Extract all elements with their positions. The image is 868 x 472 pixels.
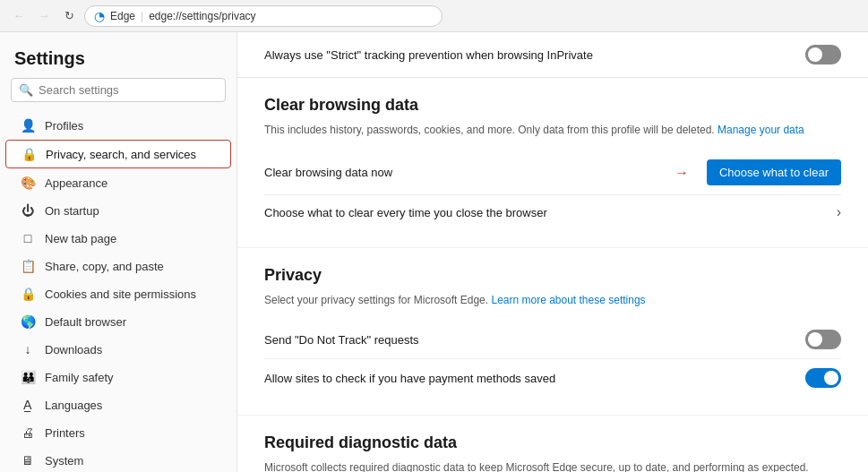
main-content: Always use "Strict" tracking prevention … xyxy=(237,32,868,472)
app-body: Settings 🔍 👤 Profiles 🔒 Privacy, search,… xyxy=(0,32,868,472)
url-text: edge://settings/privacy xyxy=(149,10,255,22)
profiles-icon: 👤 xyxy=(20,118,36,133)
sidebar-label-profiles: Profiles xyxy=(45,119,83,133)
clear-now-row: Clear browsing data now → Choose what to… xyxy=(264,150,841,195)
arrow-right-icon: → xyxy=(675,165,689,181)
payment-toggle[interactable] xyxy=(805,368,841,388)
sidebar-item-appearance[interactable]: 🎨 Appearance xyxy=(5,169,231,196)
cookies-icon: 🔒 xyxy=(20,287,36,301)
sidebar-label-family: Family safety xyxy=(45,371,114,384)
dnt-toggle[interactable] xyxy=(805,330,841,349)
sidebar-label-share: Share, copy, and paste xyxy=(45,260,164,273)
forward-button[interactable]: → xyxy=(34,6,54,26)
sidebar-label-defaultbrowser: Default browser xyxy=(45,315,126,329)
edge-logo-icon: ◔ xyxy=(94,9,105,23)
system-icon: 🖥 xyxy=(20,453,36,468)
family-icon: 👪 xyxy=(20,370,36,384)
newtab-icon: □ xyxy=(20,231,36,245)
search-box-wrap: 🔍 xyxy=(0,78,236,111)
payment-label: Allow sites to check if you have payment… xyxy=(264,372,555,385)
payment-row: Allow sites to check if you have payment… xyxy=(264,359,841,397)
chevron-right-icon: › xyxy=(837,204,841,220)
address-bar: ◔ Edge | edge://settings/privacy xyxy=(84,5,443,27)
privacy-desc: Select your privacy settings for Microso… xyxy=(264,292,841,308)
manage-data-link[interactable]: Manage your data xyxy=(718,124,804,136)
sidebar: Settings 🔍 👤 Profiles 🔒 Privacy, search,… xyxy=(0,32,237,472)
edge-label: Edge xyxy=(110,10,135,22)
reload-button[interactable]: ↻ xyxy=(59,6,79,26)
search-box[interactable]: 🔍 xyxy=(11,78,226,102)
privacy-icon: 🔒 xyxy=(21,147,37,161)
sidebar-label-startup: On startup xyxy=(45,204,99,218)
privacy-title: Privacy xyxy=(264,266,841,285)
required-diag-desc: Microsoft collects required diagnostic d… xyxy=(264,459,841,472)
browser-chrome: ← → ↻ ◔ Edge | edge://settings/privacy xyxy=(0,0,868,32)
top-bar-text: Always use "Strict" tracking prevention … xyxy=(264,48,593,62)
required-diag-section: Required diagnostic data Microsoft colle… xyxy=(237,416,868,472)
sidebar-item-share[interactable]: 📋 Share, copy, and paste xyxy=(5,253,231,279)
sidebar-label-system: System xyxy=(45,454,83,468)
sidebar-item-languages[interactable]: A̲ Languages xyxy=(5,391,231,418)
choose-every-time-row[interactable]: Choose what to clear every time you clos… xyxy=(264,195,841,229)
choose-what-to-clear-button[interactable]: Choose what to clear xyxy=(707,159,841,185)
search-input[interactable] xyxy=(39,83,218,97)
privacy-section: Privacy Select your privacy settings for… xyxy=(237,248,868,416)
defaultbrowser-icon: 🌎 xyxy=(20,314,36,329)
sidebar-item-profiles[interactable]: 👤 Profiles xyxy=(5,112,231,139)
startup-icon: ⏻ xyxy=(20,203,36,218)
sidebar-item-cookies[interactable]: 🔒 Cookies and site permissions xyxy=(5,280,231,307)
sidebar-label-printers: Printers xyxy=(45,426,85,440)
privacy-desc-text: Select your privacy settings for Microso… xyxy=(264,294,488,306)
share-icon: 📋 xyxy=(20,259,36,273)
sidebar-item-newtab[interactable]: □ New tab page xyxy=(5,225,231,252)
sidebar-item-privacy[interactable]: 🔒 Privacy, search, and services xyxy=(5,140,231,168)
sidebar-item-startup[interactable]: ⏻ On startup xyxy=(5,197,231,224)
sidebar-item-downloads[interactable]: ↓ Downloads xyxy=(5,336,231,363)
sidebar-label-downloads: Downloads xyxy=(45,343,102,356)
sidebar-title: Settings xyxy=(0,32,236,78)
downloads-icon: ↓ xyxy=(20,342,36,356)
sidebar-item-system[interactable]: 🖥 System xyxy=(5,447,231,472)
clear-desc-text: This includes history, passwords, cookie… xyxy=(264,124,715,136)
appearance-icon: 🎨 xyxy=(20,176,36,190)
dnt-label: Send "Do Not Track" requests xyxy=(264,333,419,347)
sidebar-label-appearance: Appearance xyxy=(45,176,107,190)
languages-icon: A̲ xyxy=(20,398,36,412)
clear-section-desc: This includes history, passwords, cookie… xyxy=(264,122,841,138)
search-icon: 🔍 xyxy=(19,83,33,97)
learn-more-link[interactable]: Learn more about these settings xyxy=(491,294,645,306)
sidebar-label-languages: Languages xyxy=(45,399,102,412)
inprivate-toggle[interactable] xyxy=(805,45,841,64)
sidebar-item-defaultbrowser[interactable]: 🌎 Default browser xyxy=(5,308,231,335)
sidebar-item-printers[interactable]: 🖨 Printers xyxy=(5,419,231,446)
dnt-row: Send "Do Not Track" requests xyxy=(264,321,841,359)
required-diag-text: Microsoft collects required diagnostic d… xyxy=(264,461,809,472)
clear-now-label: Clear browsing data now xyxy=(264,166,392,179)
printers-icon: 🖨 xyxy=(20,425,36,440)
sidebar-label-newtab: New tab page xyxy=(45,232,116,245)
clear-section-title: Clear browsing data xyxy=(264,96,841,115)
clear-now-right: → Choose what to clear xyxy=(675,159,841,185)
clear-browsing-section: Clear browsing data This includes histor… xyxy=(237,78,868,248)
sidebar-label-cookies: Cookies and site permissions xyxy=(45,287,196,301)
sidebar-item-family[interactable]: 👪 Family safety xyxy=(5,364,231,390)
required-diag-title: Required diagnostic data xyxy=(264,433,841,452)
sidebar-label-privacy: Privacy, search, and services xyxy=(46,148,196,161)
back-button[interactable]: ← xyxy=(9,6,29,26)
top-bar: Always use "Strict" tracking prevention … xyxy=(237,32,868,78)
choose-every-time-label: Choose what to clear every time you clos… xyxy=(264,206,547,219)
